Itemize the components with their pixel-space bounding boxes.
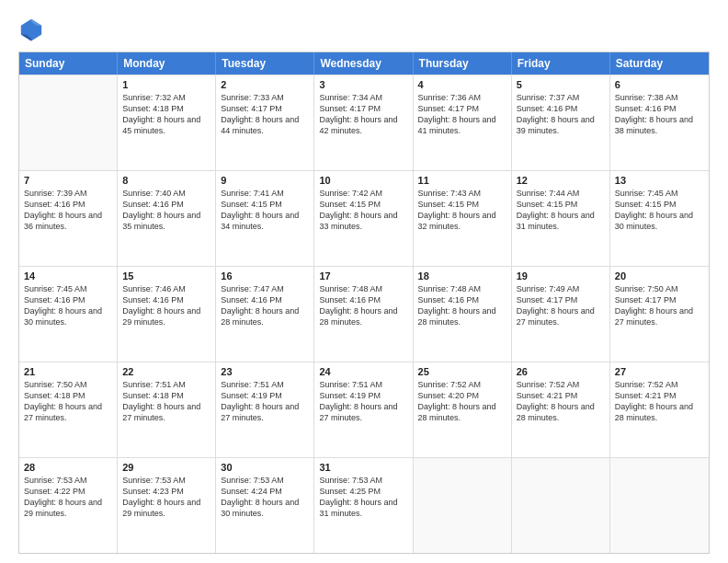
table-row: 14Sunrise: 7:45 AMSunset: 4:16 PMDayligh… (19, 267, 118, 362)
table-row: 7Sunrise: 7:39 AMSunset: 4:16 PMDaylight… (19, 171, 118, 266)
table-row: 16Sunrise: 7:47 AMSunset: 4:16 PMDayligh… (216, 267, 314, 362)
cell-info: Sunrise: 7:50 AMSunset: 4:17 PMDaylight:… (615, 283, 704, 328)
day-number: 15 (122, 270, 210, 282)
table-row: 9Sunrise: 7:41 AMSunset: 4:15 PMDaylight… (216, 171, 314, 266)
table-row: 22Sunrise: 7:51 AMSunset: 4:18 PMDayligh… (118, 362, 216, 457)
calendar-week-2: 7Sunrise: 7:39 AMSunset: 4:16 PMDaylight… (19, 170, 709, 266)
day-number: 24 (319, 366, 407, 377)
day-number: 13 (615, 175, 704, 186)
cell-info: Sunrise: 7:45 AMSunset: 4:15 PMDaylight:… (615, 188, 704, 233)
day-number: 30 (221, 462, 309, 473)
day-number: 25 (418, 366, 506, 377)
cal-header-monday: Monday (118, 52, 216, 75)
cell-info: Sunrise: 7:49 AMSunset: 4:17 PMDaylight:… (517, 283, 605, 328)
table-row (610, 458, 709, 553)
table-row: 5Sunrise: 7:37 AMSunset: 4:16 PMDaylight… (512, 75, 610, 170)
cell-info: Sunrise: 7:32 AMSunset: 4:18 PMDaylight:… (122, 92, 210, 137)
cell-info: Sunrise: 7:52 AMSunset: 4:21 PMDaylight:… (615, 379, 704, 424)
table-row: 29Sunrise: 7:53 AMSunset: 4:23 PMDayligh… (118, 458, 216, 553)
table-row (19, 75, 118, 170)
calendar: SundayMondayTuesdayWednesdayThursdayFrid… (18, 52, 710, 554)
table-row: 18Sunrise: 7:48 AMSunset: 4:16 PMDayligh… (414, 267, 512, 362)
cell-info: Sunrise: 7:36 AMSunset: 4:17 PMDaylight:… (418, 92, 506, 137)
day-number: 2 (221, 79, 309, 90)
table-row: 12Sunrise: 7:44 AMSunset: 4:15 PMDayligh… (512, 171, 610, 266)
day-number: 4 (418, 79, 506, 90)
day-number: 16 (221, 270, 309, 282)
table-row: 4Sunrise: 7:36 AMSunset: 4:17 PMDaylight… (414, 75, 512, 170)
day-number: 14 (24, 270, 112, 282)
svg-marker-0 (21, 19, 41, 41)
day-number: 21 (24, 366, 112, 377)
cell-info: Sunrise: 7:34 AMSunset: 4:17 PMDaylight:… (319, 92, 407, 137)
cell-info: Sunrise: 7:51 AMSunset: 4:18 PMDaylight:… (122, 379, 210, 424)
table-row: 19Sunrise: 7:49 AMSunset: 4:17 PMDayligh… (512, 267, 610, 362)
cell-info: Sunrise: 7:52 AMSunset: 4:21 PMDaylight:… (517, 379, 605, 424)
day-number: 11 (418, 175, 506, 186)
day-number: 28 (24, 462, 112, 473)
table-row: 31Sunrise: 7:53 AMSunset: 4:25 PMDayligh… (314, 458, 413, 553)
cal-header-thursday: Thursday (414, 52, 512, 75)
cell-info: Sunrise: 7:48 AMSunset: 4:16 PMDaylight:… (319, 283, 407, 328)
cell-info: Sunrise: 7:53 AMSunset: 4:23 PMDaylight:… (122, 475, 210, 520)
calendar-body: 1Sunrise: 7:32 AMSunset: 4:18 PMDaylight… (19, 75, 709, 553)
cell-info: Sunrise: 7:48 AMSunset: 4:16 PMDaylight:… (418, 283, 506, 328)
table-row: 8Sunrise: 7:40 AMSunset: 4:16 PMDaylight… (118, 171, 216, 266)
cell-info: Sunrise: 7:44 AMSunset: 4:15 PMDaylight:… (517, 188, 605, 233)
table-row (414, 458, 512, 553)
page: SundayMondayTuesdayWednesdayThursdayFrid… (0, 0, 728, 563)
cell-info: Sunrise: 7:41 AMSunset: 4:15 PMDaylight:… (221, 188, 309, 233)
day-number: 10 (319, 175, 407, 186)
header (18, 17, 710, 42)
cal-header-sunday: Sunday (19, 52, 118, 75)
logo-icon (18, 17, 44, 42)
cell-info: Sunrise: 7:52 AMSunset: 4:20 PMDaylight:… (418, 379, 506, 424)
cell-info: Sunrise: 7:53 AMSunset: 4:25 PMDaylight:… (319, 475, 407, 520)
cell-info: Sunrise: 7:47 AMSunset: 4:16 PMDaylight:… (221, 283, 309, 328)
table-row: 21Sunrise: 7:50 AMSunset: 4:18 PMDayligh… (19, 362, 118, 457)
day-number: 22 (122, 366, 210, 377)
table-row: 28Sunrise: 7:53 AMSunset: 4:22 PMDayligh… (19, 458, 118, 553)
day-number: 31 (319, 462, 407, 473)
table-row: 25Sunrise: 7:52 AMSunset: 4:20 PMDayligh… (414, 362, 512, 457)
cell-info: Sunrise: 7:40 AMSunset: 4:16 PMDaylight:… (122, 188, 210, 233)
table-row (512, 458, 610, 553)
day-number: 3 (319, 79, 407, 90)
cell-info: Sunrise: 7:51 AMSunset: 4:19 PMDaylight:… (221, 379, 309, 424)
table-row: 3Sunrise: 7:34 AMSunset: 4:17 PMDaylight… (314, 75, 413, 170)
day-number: 29 (122, 462, 210, 473)
table-row: 10Sunrise: 7:42 AMSunset: 4:15 PMDayligh… (314, 171, 413, 266)
cell-info: Sunrise: 7:53 AMSunset: 4:22 PMDaylight:… (24, 475, 112, 520)
calendar-week-5: 28Sunrise: 7:53 AMSunset: 4:22 PMDayligh… (19, 457, 709, 553)
logo (18, 17, 48, 42)
calendar-week-4: 21Sunrise: 7:50 AMSunset: 4:18 PMDayligh… (19, 362, 709, 457)
cell-info: Sunrise: 7:33 AMSunset: 4:17 PMDaylight:… (221, 92, 309, 137)
table-row: 24Sunrise: 7:51 AMSunset: 4:19 PMDayligh… (314, 362, 413, 457)
day-number: 17 (319, 270, 407, 282)
table-row: 11Sunrise: 7:43 AMSunset: 4:15 PMDayligh… (414, 171, 512, 266)
cell-info: Sunrise: 7:39 AMSunset: 4:16 PMDaylight:… (24, 188, 112, 233)
day-number: 1 (122, 79, 210, 90)
cell-info: Sunrise: 7:50 AMSunset: 4:18 PMDaylight:… (24, 379, 112, 424)
table-row: 30Sunrise: 7:53 AMSunset: 4:24 PMDayligh… (216, 458, 314, 553)
day-number: 27 (615, 366, 704, 377)
cell-info: Sunrise: 7:42 AMSunset: 4:15 PMDaylight:… (319, 188, 407, 233)
day-number: 7 (24, 175, 112, 186)
cell-info: Sunrise: 7:43 AMSunset: 4:15 PMDaylight:… (418, 188, 506, 233)
day-number: 9 (221, 175, 309, 186)
cal-header-tuesday: Tuesday (216, 52, 314, 75)
calendar-header-row: SundayMondayTuesdayWednesdayThursdayFrid… (19, 52, 709, 75)
cal-header-friday: Friday (512, 52, 610, 75)
day-number: 19 (517, 270, 605, 282)
cal-header-wednesday: Wednesday (314, 52, 413, 75)
table-row: 15Sunrise: 7:46 AMSunset: 4:16 PMDayligh… (118, 267, 216, 362)
table-row: 26Sunrise: 7:52 AMSunset: 4:21 PMDayligh… (512, 362, 610, 457)
cell-info: Sunrise: 7:53 AMSunset: 4:24 PMDaylight:… (221, 475, 309, 520)
day-number: 23 (221, 366, 309, 377)
cal-header-saturday: Saturday (610, 52, 709, 75)
cell-info: Sunrise: 7:46 AMSunset: 4:16 PMDaylight:… (122, 283, 210, 328)
table-row: 2Sunrise: 7:33 AMSunset: 4:17 PMDaylight… (216, 75, 314, 170)
day-number: 20 (615, 270, 704, 282)
table-row: 17Sunrise: 7:48 AMSunset: 4:16 PMDayligh… (314, 267, 413, 362)
day-number: 5 (517, 79, 605, 90)
